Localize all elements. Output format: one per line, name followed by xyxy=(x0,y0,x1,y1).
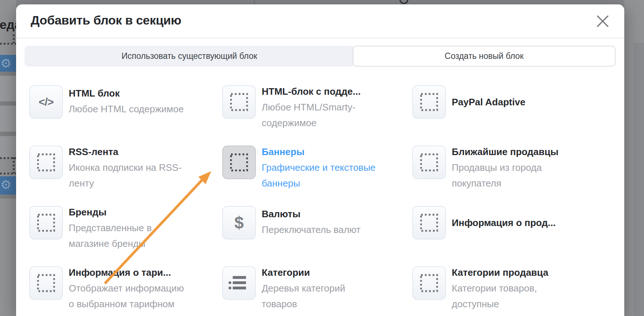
backdrop-block-toolbar: ⚙ xyxy=(0,55,16,72)
block-item-title: Баннеры xyxy=(262,146,376,158)
block-item-title: Валюты xyxy=(262,208,360,220)
backdrop-dashed-border xyxy=(0,173,16,174)
block-item-subtitle: Деревья категорий товаров xyxy=(262,281,345,312)
backdrop-block xyxy=(0,106,16,132)
block-item-10[interactable]: Информация о тари... Отображает информац… xyxy=(29,266,222,316)
dotted-square-icon xyxy=(222,85,256,119)
backdrop-band xyxy=(0,72,16,76)
backdrop-block xyxy=(0,76,16,101)
block-type-grid: </> HTML блок Любое HTML содержимое HTML… xyxy=(29,85,611,316)
block-item-subtitle: Продавцы из города покупателя xyxy=(452,160,558,191)
close-button[interactable] xyxy=(596,15,610,29)
block-item-title: Бренды xyxy=(69,206,152,218)
block-item-subtitle: Представленные в магазине бренды xyxy=(69,220,152,252)
block-item-3[interactable]: PayPal Adaptive xyxy=(412,85,611,146)
block-item-7[interactable]: Бренды Представленные в магазине бренды xyxy=(29,206,222,266)
block-item-6[interactable]: Ближайшие продавцы Продавцы из города по… xyxy=(412,146,611,206)
dotted-square-icon xyxy=(412,206,446,240)
dotted-square-icon xyxy=(29,146,63,179)
tab-label: Использовать существующий блок xyxy=(121,51,257,61)
add-block-dialog: Добавить блок в секцию Использовать суще… xyxy=(16,4,624,316)
backdrop-block xyxy=(0,136,16,157)
backdrop-dashed-border xyxy=(13,157,15,173)
block-item-8[interactable]: $ Валюты Переключатель валют xyxy=(222,206,412,266)
dotted-square-icon xyxy=(29,266,63,300)
block-item-5[interactable]: Баннеры Графические и текстовые баннеры xyxy=(222,146,412,206)
block-item-12[interactable]: Категории продавца Категории товаров, до… xyxy=(412,266,611,316)
close-icon xyxy=(596,15,609,27)
list-icon xyxy=(222,266,256,300)
backdrop-left-page-edge: еда ⚙ ⚙ xyxy=(0,0,16,316)
backdrop-band xyxy=(0,132,16,136)
header-divider xyxy=(16,38,624,38)
block-item-title: HTML блок xyxy=(69,87,184,99)
block-item-2[interactable]: HTML-блок с подде... Любое HTML/Smarty- … xyxy=(222,85,412,146)
dialog-title: Добавить блок в секцию xyxy=(31,13,181,27)
block-item-title: Категории продавца xyxy=(452,266,548,279)
tab-label: Создать новый блок xyxy=(445,51,524,61)
dotted-square-icon xyxy=(412,266,446,300)
block-item-title: PayPal Adaptive xyxy=(452,96,525,108)
backdrop-page-heading-fragment: еда xyxy=(0,18,16,32)
block-item-title: Категории xyxy=(262,266,345,279)
block-item-subtitle: Любое HTML содержимое xyxy=(69,101,184,117)
backdrop-side-panel xyxy=(633,43,644,316)
backdrop-dashed-border xyxy=(0,43,16,45)
block-item-title: HTML-блок с подде... xyxy=(262,85,361,98)
block-item-title: Ближайшие продавцы xyxy=(452,146,558,158)
block-item-subtitle: Переключатель валют xyxy=(262,222,360,238)
block-item-title: RSS-лента xyxy=(69,146,182,158)
block-item-title: Информация о прод... xyxy=(452,217,556,229)
gear-icon: ⚙ xyxy=(0,56,11,71)
backdrop-dashed-border xyxy=(13,34,15,43)
backdrop-band xyxy=(0,101,16,106)
tab-use-existing-block[interactable]: Использовать существующий блок xyxy=(24,46,354,67)
backdrop-band xyxy=(0,195,16,199)
gear-icon: ⚙ xyxy=(0,177,11,192)
block-item-subtitle: Иконка подписки на RSS- ленту xyxy=(69,160,182,191)
dotted-square-icon xyxy=(412,146,446,179)
block-item-1[interactable]: </> HTML блок Любое HTML содержимое xyxy=(29,85,222,146)
dotted-square-icon xyxy=(222,146,256,179)
tab-create-new-block[interactable]: Создать новый блок xyxy=(353,46,615,67)
tab-bar: Использовать существующий блок Создать н… xyxy=(24,46,615,67)
dotted-square-icon xyxy=(412,85,446,119)
backdrop-right-page-edge xyxy=(624,0,644,316)
block-item-4[interactable]: RSS-лента Иконка подписки на RSS- ленту xyxy=(29,146,222,206)
block-item-subtitle: Любое HTML/Smarty- содержимое xyxy=(262,99,361,131)
block-item-subtitle: Категории товаров, доступные xyxy=(452,281,548,312)
block-item-subtitle: Графические и текстовые баннеры xyxy=(262,160,376,191)
dollar-icon: $ xyxy=(222,206,256,240)
dotted-square-icon xyxy=(29,206,63,240)
backdrop-block-toolbar: ⚙ xyxy=(0,176,16,195)
block-item-title: Информация о тари... xyxy=(69,266,184,279)
code-icon: </> xyxy=(29,85,63,119)
block-item-11[interactable]: Категории Деревья категорий товаров xyxy=(222,266,412,316)
block-item-subtitle: Отображает информацию о выбранном тарифн… xyxy=(69,281,184,312)
block-item-9[interactable]: Информация о прод... xyxy=(412,206,611,266)
